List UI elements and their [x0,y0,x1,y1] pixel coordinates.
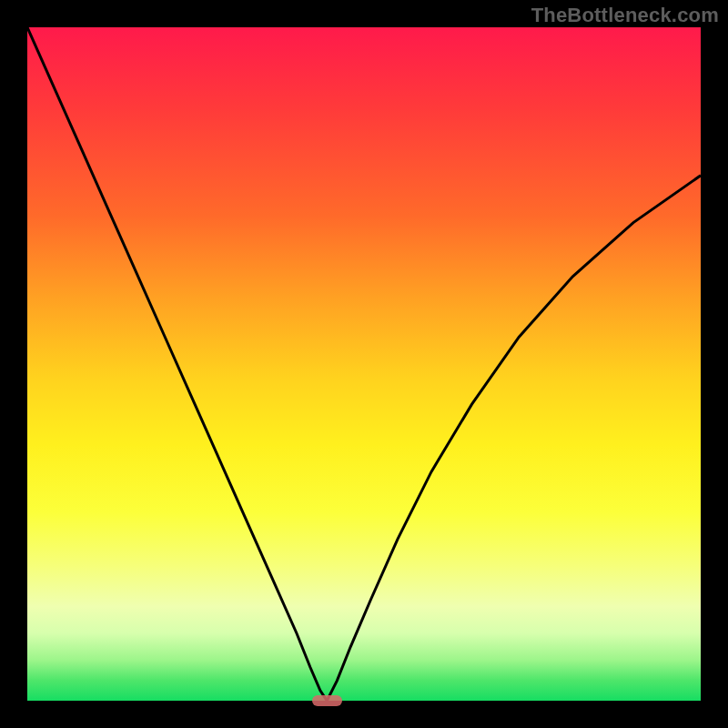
curve-left [27,27,327,701]
min-marker [312,695,342,706]
plot-area [27,27,701,701]
curve-right [327,176,701,701]
watermark-text: TheBottleneck.com [531,4,719,27]
chart-frame: TheBottleneck.com [0,0,728,728]
curve-svg [27,27,701,701]
